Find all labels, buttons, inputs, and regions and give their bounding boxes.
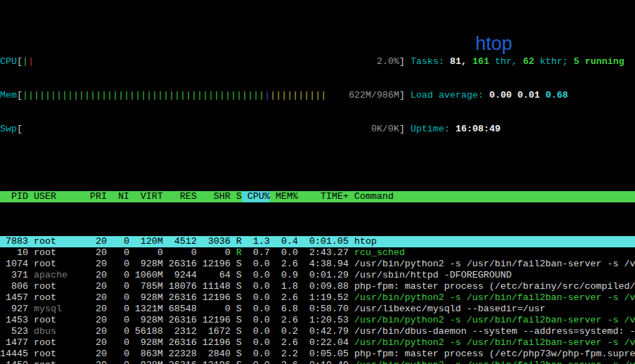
column-header-pid[interactable]: PID — [0, 191, 28, 202]
cell-res: 26316 — [169, 337, 197, 349]
cell-cmd: /usr/bin/python2 -s /usr/bin/fail2ban-se… — [354, 337, 635, 349]
cell-cpu: 0.0 — [248, 326, 270, 337]
cell-ni: 0 — [113, 236, 129, 247]
cell-s: S — [236, 337, 242, 349]
cell-pri: 20 — [90, 236, 107, 247]
cell-cpu: 0.7 — [248, 247, 270, 259]
cell-pri: 20 — [90, 247, 107, 259]
cell-virt: 1321M — [135, 304, 163, 315]
cell-shr: 1672 — [203, 326, 231, 337]
process-row[interactable]: 14445root200863M223282840S0.02.20:05.05p… — [0, 349, 635, 360]
column-header-virt[interactable]: VIRT — [135, 191, 163, 202]
process-row[interactable]: 806root200785M1807611148S0.01.80:09.88ph… — [0, 281, 635, 292]
cell-cpu: 0.0 — [248, 259, 270, 270]
red-bar-segment: | — [28, 56, 34, 67]
load-average: Load average: 0.00 0.01 0.68 — [411, 90, 568, 101]
cell-time: 0:01.05 — [304, 236, 349, 247]
cell-cpu: 1.3 — [248, 236, 270, 247]
cpu-meter-value: 2.0% — [377, 56, 399, 67]
cell-cpu: 0.0 — [248, 349, 270, 360]
cell-s: S — [236, 349, 242, 360]
column-header-s[interactable]: S — [236, 191, 242, 202]
green-bar-segment: ||||||||||||||||||||||||||||||||||||||||… — [23, 90, 264, 100]
cell-pri: 20 — [90, 315, 107, 326]
process-row[interactable]: 371apache2001060M924464S0.00.90:01.29/us… — [0, 270, 635, 281]
table-header: PIDUSERPRINIVIRTRESSHRSCPU%MEM%TIME+Comm… — [0, 191, 635, 202]
process-row[interactable]: 1477root200928M2631612196S0.02.60:22.04/… — [0, 337, 635, 349]
column-header-time[interactable]: TIME+ — [304, 191, 349, 202]
cell-pid: 7883 — [0, 236, 28, 247]
cell-pri: 20 — [90, 281, 107, 292]
cell-cmd: /usr/sbin/httpd -DFOREGROUND — [354, 270, 635, 281]
column-header-shr[interactable]: SHR — [203, 191, 231, 202]
cell-s: S — [236, 292, 242, 304]
cell-s: S — [236, 304, 242, 315]
process-row[interactable]: 1457root200928M2631612196S0.02.61:19.52/… — [0, 292, 635, 304]
cell-pri: 20 — [90, 337, 107, 349]
column-header-res[interactable]: RES — [169, 191, 197, 202]
cell-shr: 2840 — [203, 349, 231, 360]
column-header-cmd[interactable]: Command — [354, 191, 635, 202]
yellow-bar-segment: |||||||||| — [270, 90, 326, 100]
cell-virt: 928M — [135, 292, 163, 304]
cell-pri: 20 — [90, 349, 107, 360]
cell-cpu: 0.0 — [248, 281, 270, 292]
cell-s: S — [236, 259, 242, 270]
meters-panel: CPU[||2.0%] Tasks: 81, 161 thr, 62 kthr;… — [0, 34, 635, 157]
cell-res: 9244 — [169, 270, 197, 281]
process-row[interactable]: 1453root200928M2631612196S0.02.61:20.53/… — [0, 315, 635, 326]
cell-mem: 0.4 — [276, 236, 298, 247]
cell-pri: 20 — [90, 326, 107, 337]
status-segment: 161 — [473, 56, 495, 67]
cell-pri: 20 — [90, 360, 107, 364]
cell-res: 26316 — [169, 315, 197, 326]
cell-cpu: 0.0 — [248, 304, 270, 315]
process-row[interactable]: 927mysql2001321M685480S0.06.80:58.70/usr… — [0, 304, 635, 315]
column-header-cpu[interactable]: CPU% — [242, 191, 270, 202]
cell-s: S — [236, 326, 242, 337]
cell-pri: 20 — [90, 259, 107, 270]
swap-meter[interactable]: Swp[0K/0K] — [0, 124, 405, 135]
process-row[interactable]: 10root200000R0.70.02:43.27rcu_sched — [0, 247, 635, 259]
cell-pid: 1074 — [0, 259, 28, 270]
cell-pid: 371 — [0, 270, 28, 281]
column-header-ni[interactable]: NI — [113, 191, 129, 202]
cell-virt: 120M — [135, 236, 163, 247]
process-row[interactable]: 1450root200928M2631612196S0.02.60:10.49/… — [0, 360, 635, 364]
cpu-meter[interactable]: CPU[||2.0%] — [0, 56, 405, 67]
cell-mem: 6.8 — [276, 304, 298, 315]
cell-ni: 0 — [113, 337, 129, 349]
process-row-selected[interactable]: 7883root200120M45123036R1.30.40:01.05hto… — [0, 236, 635, 247]
swp-line: Swp[0K/0K] Uptime: 16:08:49 — [0, 124, 635, 135]
status-segment: 16:08:49 — [456, 124, 501, 134]
cell-time: 0:09.88 — [304, 281, 349, 292]
column-header-user[interactable]: USER — [34, 191, 84, 202]
mem-line: Mem[||||||||||||||||||||||||||||||||||||… — [0, 90, 635, 101]
meter-close-bracket: ] — [399, 124, 405, 135]
cell-shr: 12196 — [203, 292, 231, 304]
cell-res: 68548 — [169, 304, 197, 315]
cell-user: apache — [34, 270, 84, 281]
process-row[interactable]: 1074root200928M2631612196S0.02.64:38.94/… — [0, 259, 635, 270]
mem-meter-value: 622M/986M — [349, 90, 399, 101]
status-segment: 5 running — [574, 56, 624, 67]
cell-pid: 523 — [0, 326, 28, 337]
cell-virt: 56188 — [135, 326, 163, 337]
cell-time: 0:10.49 — [304, 360, 349, 364]
cell-virt: 928M — [135, 315, 163, 326]
cell-user: mysql — [34, 304, 84, 315]
cell-cmd: /usr/bin/python2 -s /usr/bin/fail2ban-se… — [354, 292, 635, 304]
cell-res: 22328 — [169, 349, 197, 360]
cell-cpu: 0.0 — [248, 337, 270, 349]
mem-meter[interactable]: Mem[||||||||||||||||||||||||||||||||||||… — [0, 90, 405, 101]
column-header-mem[interactable]: MEM% — [276, 191, 298, 202]
cell-pid: 1477 — [0, 337, 28, 349]
process-row[interactable]: 523dbus2005618823121672S0.00.20:42.79/us… — [0, 326, 635, 337]
tasks-summary: Tasks: 81, 161 thr, 62 kthr; 5 running — [411, 56, 624, 67]
column-header-pri[interactable]: PRI — [90, 191, 107, 202]
cell-cmd: /usr/libexec/mysqld --basedir=/usr — [354, 304, 635, 315]
cell-ni: 0 — [113, 247, 129, 259]
blue-bar-segment: | — [264, 90, 270, 100]
cell-ni: 0 — [113, 326, 129, 337]
green-bar-segment: | — [23, 56, 28, 67]
